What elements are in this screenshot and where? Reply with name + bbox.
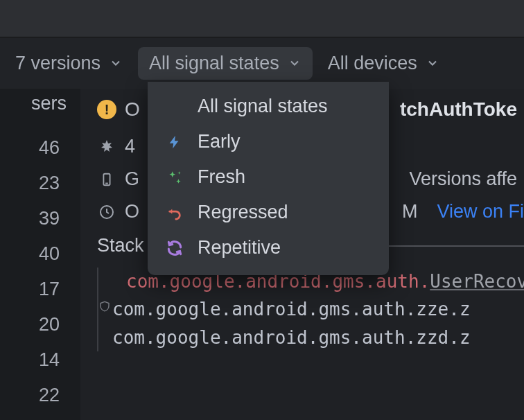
filter-bar: 7 versions All signal states All devices [0,37,524,89]
versions-affected-label: Versions affe [409,168,524,190]
users-column: sers 46 23 39 40 17 20 14 22 [0,89,80,420]
time-value: O [125,201,139,222]
view-on-link[interactable]: View on Fi [437,201,524,222]
versions-filter[interactable]: 7 versions [4,47,134,80]
undo-icon [164,205,185,220]
dropdown-item-label: Regressed [198,202,288,223]
list-item[interactable]: 23 [0,166,80,201]
title-prefix: O [125,98,140,121]
time-suffix: M [402,201,418,222]
shield-icon [98,297,111,318]
devices-filter-label: All devices [328,53,417,74]
device-value: G [125,168,139,190]
list-item[interactable]: 14 [0,342,80,378]
dropdown-item-fresh[interactable]: Fresh [148,159,389,195]
chevron-down-icon [426,56,439,70]
warning-icon: ! [97,100,116,119]
sparkles-icon [164,168,185,186]
signal-states-filter[interactable]: All signal states [138,47,313,80]
versions-filter-label: 7 versions [15,53,101,74]
device-icon [97,172,116,187]
trace-error-class: UserRecov [430,271,524,292]
dropdown-item-regressed[interactable]: Regressed [148,195,389,230]
list-item[interactable]: 20 [0,307,80,342]
dropdown-item-label: Fresh [198,166,245,188]
trace-frame[interactable]: com.google.android.gms.auth.zze.z [107,295,524,323]
top-toolbar [0,0,524,37]
dropdown-item-early[interactable]: Early [148,124,389,159]
signal-states-dropdown: All signal states Early Fresh Regressed … [148,82,389,275]
list-item[interactable]: 17 [0,272,80,307]
signal-states-filter-label: All signal states [149,53,279,74]
clock-icon [97,204,116,220]
cycle-icon [164,239,185,257]
trace-frame[interactable]: com.google.android.gms.auth.zzd.z [107,324,524,351]
chevron-down-icon [109,56,123,70]
dropdown-item-label: Early [198,131,241,152]
users-column-header: sers [0,93,80,114]
title-code: tchAuthToke [400,98,524,121]
devices-filter[interactable]: All devices [317,47,451,80]
list-item[interactable]: 40 [0,236,80,272]
dropdown-item-label: All signal states [198,96,328,117]
list-item[interactable]: 39 [0,201,80,236]
bolt-icon [164,133,185,151]
list-item[interactable]: 22 [0,378,80,413]
stack-trace: com.google.android.gms.auth.UserRecov co… [97,268,524,351]
burst-icon [97,139,116,155]
chevron-down-icon [288,56,302,70]
list-item[interactable]: 46 [0,130,80,166]
dropdown-item-label: Repetitive [198,237,281,259]
dropdown-item-repetitive[interactable]: Repetitive [148,230,389,265]
crashes-value: 4 [125,136,135,157]
dropdown-item-all[interactable]: All signal states [148,89,389,124]
